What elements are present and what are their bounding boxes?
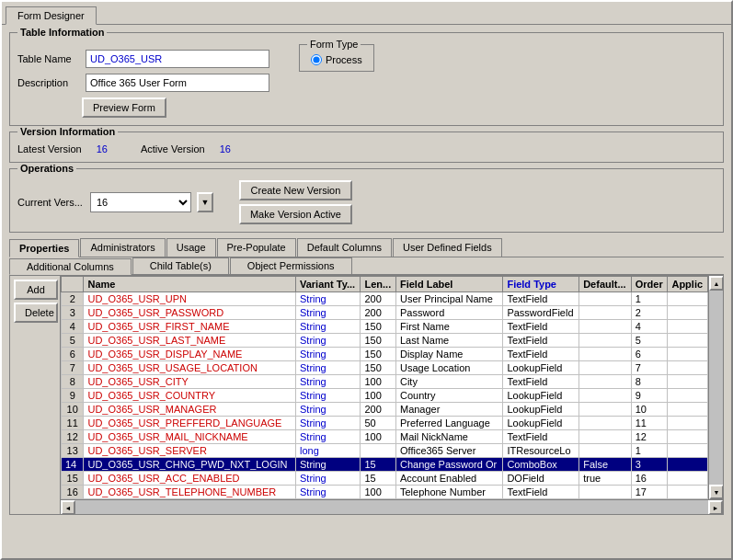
cell-num: 13 bbox=[62, 444, 84, 458]
form-type-radio[interactable] bbox=[311, 54, 322, 65]
cell-variant: String bbox=[295, 430, 361, 444]
cell-field-label: Change Password Or bbox=[395, 458, 502, 472]
cell-field-type: TextField bbox=[503, 334, 579, 348]
cell-applic bbox=[668, 361, 708, 375]
table-scroll-area: Name Variant Ty... Len... Field Label Fi… bbox=[61, 276, 708, 499]
col-len[interactable]: Len... bbox=[361, 277, 395, 292]
vertical-scrollbar[interactable]: ▲ ▼ bbox=[708, 276, 723, 499]
cell-variant: String bbox=[295, 334, 361, 348]
dropdown-arrow-icon[interactable]: ▼ bbox=[197, 192, 213, 212]
cell-num: 2 bbox=[62, 292, 84, 306]
tab-usage[interactable]: Usage bbox=[166, 238, 216, 257]
scroll-down-button[interactable]: ▼ bbox=[709, 485, 723, 499]
table-row[interactable]: 7UD_O365_USR_USAGE_LOCATIONString150Usag… bbox=[62, 361, 708, 375]
table-row[interactable]: 4UD_O365_USR_FIRST_NAMEString150First Na… bbox=[62, 320, 708, 334]
cell-field-type: TextField bbox=[503, 292, 579, 306]
cell-name: UD_O365_USR_ACC_ENABLED bbox=[84, 472, 296, 486]
cell-default bbox=[579, 348, 632, 361]
cell-order: 1 bbox=[631, 444, 668, 458]
tab-default-columns[interactable]: Default Columns bbox=[297, 238, 392, 257]
current-vers-select[interactable]: 16 bbox=[90, 192, 191, 212]
cell-field-type: TextField bbox=[503, 320, 579, 334]
operations-group: Operations Current Vers... 16 ▼ Create N… bbox=[9, 168, 724, 233]
subtab-additional-columns[interactable]: Additional Columns bbox=[9, 258, 132, 275]
table-row[interactable]: 6UD_O365_USR_DISPLAY_NAMEString150Displa… bbox=[62, 348, 708, 361]
cell-default bbox=[579, 486, 632, 499]
delete-button[interactable]: Delete bbox=[14, 303, 58, 323]
col-name[interactable]: Name bbox=[84, 277, 296, 292]
cell-default bbox=[579, 306, 632, 320]
tab-form-designer[interactable]: Form Designer bbox=[6, 6, 97, 25]
table-row[interactable]: 5UD_O365_USR_LAST_NAMEString150Last Name… bbox=[62, 334, 708, 348]
cell-len: 15 bbox=[361, 472, 395, 486]
cell-order: 7 bbox=[631, 361, 668, 375]
active-version-value: 16 bbox=[220, 143, 231, 154]
version-info-group: Version Information Latest Version 16 Ac… bbox=[9, 131, 724, 163]
preview-form-button[interactable]: Preview Form bbox=[82, 97, 166, 118]
cell-field-label: Display Name bbox=[395, 348, 502, 361]
table-row[interactable]: 9UD_O365_USR_COUNTRYString100CountryLook… bbox=[62, 389, 708, 403]
table-row[interactable]: 16UD_O365_USR_TELEPHONE_NUMBERString100T… bbox=[62, 486, 708, 499]
table-row[interactable]: 11UD_O365_USR_PREFFERD_LANGUAGEString50P… bbox=[62, 417, 708, 430]
col-field-label[interactable]: Field Label bbox=[395, 277, 502, 292]
cell-applic bbox=[668, 292, 708, 306]
table-row[interactable]: 15UD_O365_USR_ACC_ENABLEDString15Account… bbox=[62, 472, 708, 486]
table-container: Name Variant Ty... Len... Field Label Fi… bbox=[61, 276, 723, 514]
col-default[interactable]: Default... bbox=[579, 277, 632, 292]
cell-name: UD_O365_USR_LAST_NAME bbox=[84, 334, 296, 348]
cell-len: 150 bbox=[361, 334, 395, 348]
scroll-up-button[interactable]: ▲ bbox=[709, 276, 723, 291]
create-new-version-button[interactable]: Create New Version bbox=[239, 180, 352, 200]
scroll-right-button[interactable]: ► bbox=[708, 500, 723, 514]
subtab-child-tables[interactable]: Child Table(s) bbox=[132, 257, 229, 274]
cell-order: 4 bbox=[631, 320, 668, 334]
table-row[interactable]: 14UD_O365_USR_CHNG_PWD_NXT_LOGINString15… bbox=[62, 458, 708, 472]
col-applic[interactable]: Applic bbox=[668, 277, 708, 292]
add-button[interactable]: Add bbox=[14, 280, 58, 300]
table-row[interactable]: 3UD_O365_USR_PASSWORDString200PasswordPa… bbox=[62, 306, 708, 320]
tab-pre-populate[interactable]: Pre-Populate bbox=[217, 238, 296, 257]
cell-variant: String bbox=[295, 306, 361, 320]
description-input[interactable] bbox=[86, 74, 269, 92]
cell-order: 9 bbox=[631, 389, 668, 403]
horizontal-scrollbar[interactable]: ◄ ► bbox=[61, 499, 723, 514]
cell-len: 200 bbox=[361, 403, 395, 417]
cell-len: 50 bbox=[361, 417, 395, 430]
cell-variant: String bbox=[295, 320, 361, 334]
cell-num: 3 bbox=[62, 306, 84, 320]
cell-field-label: Telephone Number bbox=[395, 486, 502, 499]
cell-order: 16 bbox=[631, 472, 668, 486]
cell-applic bbox=[668, 472, 708, 486]
scroll-track-v[interactable] bbox=[709, 291, 723, 485]
cell-order: 12 bbox=[631, 430, 668, 444]
table-row[interactable]: 2UD_O365_USR_UPNString200User Principal … bbox=[62, 292, 708, 306]
tab-user-defined-fields[interactable]: User Defined Fields bbox=[393, 238, 502, 257]
table-name-input[interactable] bbox=[86, 50, 269, 68]
scroll-track-h[interactable] bbox=[75, 500, 708, 514]
table-row[interactable]: 8UD_O365_USR_CITYString100CityTextField8 bbox=[62, 375, 708, 389]
cell-field-label: City bbox=[395, 375, 502, 389]
col-variant[interactable]: Variant Ty... bbox=[295, 277, 361, 292]
version-info-title: Version Information bbox=[17, 126, 118, 137]
table-row[interactable]: 10UD_O365_USR_MANAGERString200ManagerLoo… bbox=[62, 403, 708, 417]
make-version-active-button[interactable]: Make Version Active bbox=[239, 204, 352, 224]
col-field-type[interactable]: Field Type bbox=[503, 277, 579, 292]
col-order[interactable]: Order bbox=[631, 277, 668, 292]
cell-applic bbox=[668, 389, 708, 403]
cell-default bbox=[579, 430, 632, 444]
tab-administrators[interactable]: Administrators bbox=[80, 238, 165, 257]
col-num bbox=[62, 277, 84, 292]
cell-applic bbox=[668, 486, 708, 499]
cell-len: 100 bbox=[361, 375, 395, 389]
tab-properties[interactable]: Properties bbox=[9, 239, 79, 257]
cell-variant: String bbox=[295, 458, 361, 472]
cell-num: 4 bbox=[62, 320, 84, 334]
form-type-box: Form Type Process bbox=[299, 44, 374, 72]
cell-field-type: PasswordField bbox=[503, 306, 579, 320]
subtab-object-permissions[interactable]: Object Permissions bbox=[230, 257, 352, 274]
scroll-left-button[interactable]: ◄ bbox=[61, 500, 75, 514]
table-row[interactable]: 12UD_O365_USR_MAIL_NICKNAMEString100Mail… bbox=[62, 430, 708, 444]
cell-default: true bbox=[579, 472, 632, 486]
active-version-label: Active Version bbox=[141, 143, 205, 154]
table-row[interactable]: 13UD_O365_USR_SERVERlongOffice365 Server… bbox=[62, 444, 708, 458]
